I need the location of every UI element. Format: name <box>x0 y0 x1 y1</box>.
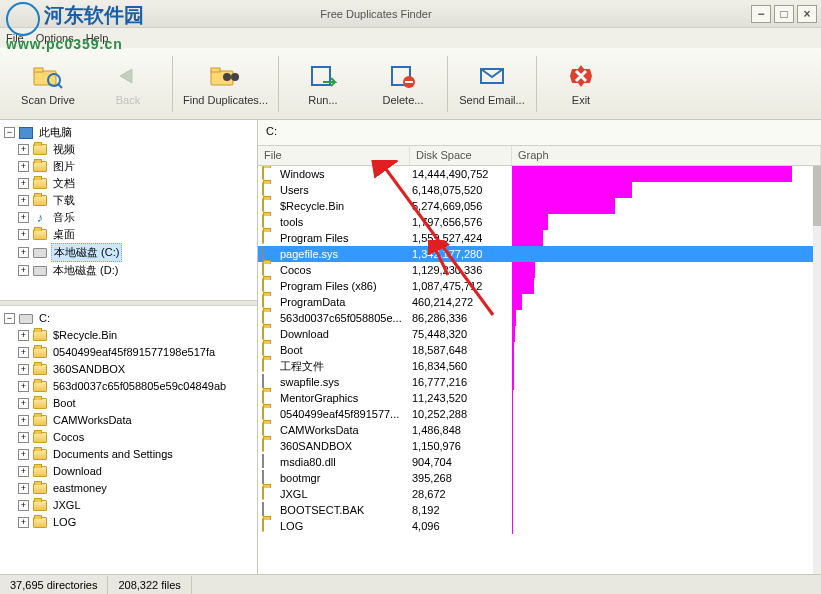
expand-icon[interactable]: + <box>18 247 29 258</box>
maximize-button[interactable]: □ <box>774 5 794 23</box>
file-row[interactable]: bootmgr 395,268 <box>258 470 821 486</box>
run-button[interactable]: Run... <box>289 54 357 114</box>
folder-icon <box>32 465 48 479</box>
file-row[interactable]: 563d0037c65f058805e... 86,286,336 <box>258 310 821 326</box>
file-row[interactable]: CAMWorksData 1,486,848 <box>258 422 821 438</box>
expand-icon[interactable]: + <box>18 381 29 392</box>
tree-node-label[interactable]: 本地磁盘 (C:) <box>51 243 122 262</box>
tree-node-label[interactable]: CAMWorksData <box>51 412 134 429</box>
run-arrow-icon <box>307 62 339 90</box>
expand-icon[interactable]: + <box>18 483 29 494</box>
tree-node-label[interactable]: 图片 <box>51 158 77 175</box>
expand-icon[interactable]: + <box>18 449 29 460</box>
drive-tree[interactable]: −此电脑+视频+图片+文档+下载+♪音乐+桌面+本地磁盘 (C:)+本地磁盘 (… <box>0 120 257 300</box>
file-size: 1,129,230,336 <box>412 264 508 276</box>
expand-icon[interactable]: + <box>18 432 29 443</box>
menu-file[interactable]: File <box>6 32 24 44</box>
expand-icon[interactable]: + <box>18 330 29 341</box>
graph-bar <box>512 502 513 518</box>
expand-icon[interactable]: + <box>18 517 29 528</box>
expand-icon[interactable]: + <box>18 500 29 511</box>
file-name: JXGL <box>280 488 412 500</box>
tree-node-label[interactable]: 音乐 <box>51 209 77 226</box>
file-row[interactable]: swapfile.sys 16,777,216 <box>258 374 821 390</box>
expand-icon[interactable]: + <box>18 144 29 155</box>
tree-node-label[interactable]: Download <box>51 463 104 480</box>
close-button[interactable]: × <box>797 5 817 23</box>
file-row[interactable]: JXGL 28,672 <box>258 486 821 502</box>
tree-node-label[interactable]: 360SANDBOX <box>51 361 127 378</box>
header-graph[interactable]: Graph <box>512 146 821 165</box>
file-size: 18,587,648 <box>412 344 508 356</box>
file-row[interactable]: Boot 18,587,648 <box>258 342 821 358</box>
tree-node-label[interactable]: 视频 <box>51 141 77 158</box>
tree-node-label[interactable]: LOG <box>51 514 78 531</box>
scan-drive-button[interactable]: Scan Drive <box>14 54 82 114</box>
vertical-scrollbar[interactable] <box>813 166 821 574</box>
folder-tree[interactable]: −C:+$Recycle.Bin+0540499eaf45f891577198e… <box>0 306 257 574</box>
expand-icon[interactable]: + <box>18 161 29 172</box>
expand-icon[interactable]: + <box>18 229 29 240</box>
file-row[interactable]: Users 6,148,075,520 <box>258 182 821 198</box>
file-name: Program Files <box>280 232 412 244</box>
collapse-icon[interactable]: − <box>4 127 15 138</box>
tree-node-label[interactable]: 桌面 <box>51 226 77 243</box>
tree-node-label[interactable]: $Recycle.Bin <box>51 327 119 344</box>
file-row[interactable]: 0540499eaf45f891577... 10,252,288 <box>258 406 821 422</box>
tree-node-label[interactable]: Cocos <box>51 429 86 446</box>
delete-button[interactable]: Delete... <box>369 54 437 114</box>
header-file[interactable]: File <box>258 146 410 165</box>
tree-node-label[interactable]: Boot <box>51 395 78 412</box>
file-row[interactable]: ProgramData 460,214,272 <box>258 294 821 310</box>
minimize-button[interactable]: − <box>751 5 771 23</box>
expand-icon[interactable]: + <box>18 466 29 477</box>
tree-node-label[interactable]: JXGL <box>51 497 83 514</box>
collapse-icon[interactable]: − <box>4 313 15 324</box>
file-row[interactable]: MentorGraphics 11,243,520 <box>258 390 821 406</box>
expand-icon[interactable]: + <box>18 212 29 223</box>
graph-bar <box>512 374 514 390</box>
expand-icon[interactable]: + <box>18 265 29 276</box>
file-row[interactable]: Windows 14,444,490,752 <box>258 166 821 182</box>
tree-node-label[interactable]: 本地磁盘 (D:) <box>51 262 120 279</box>
file-row[interactable]: msdia80.dll 904,704 <box>258 454 821 470</box>
scrollbar-thumb[interactable] <box>813 166 821 226</box>
file-row[interactable]: Program Files 1,559,527,424 <box>258 230 821 246</box>
file-row[interactable]: tools 1,797,656,576 <box>258 214 821 230</box>
tree-node-label[interactable]: eastmoney <box>51 480 109 497</box>
file-size: 1,087,475,712 <box>412 280 508 292</box>
file-row[interactable]: Cocos 1,129,230,336 <box>258 262 821 278</box>
back-button: Back <box>94 54 162 114</box>
file-row[interactable]: $Recycle.Bin 5,274,669,056 <box>258 198 821 214</box>
find-duplicates-button[interactable]: Find Duplicates... <box>183 54 268 114</box>
exit-button[interactable]: Exit <box>547 54 615 114</box>
graph-bar <box>512 406 513 422</box>
file-row[interactable]: Program Files (x86) 1,087,475,712 <box>258 278 821 294</box>
file-row[interactable]: LOG 4,096 <box>258 518 821 534</box>
file-row[interactable]: 工程文件 16,834,560 <box>258 358 821 374</box>
expand-icon[interactable]: + <box>18 364 29 375</box>
tree-node-label[interactable]: 0540499eaf45f891577198e517fa <box>51 344 217 361</box>
file-row[interactable]: pagefile.sys 1,342,177,280 <box>258 246 821 262</box>
expand-icon[interactable]: + <box>18 398 29 409</box>
expand-icon[interactable]: + <box>18 178 29 189</box>
tree-node-label[interactable]: C: <box>37 310 52 327</box>
menu-options[interactable]: Options <box>36 32 74 44</box>
tree-node-label[interactable]: 下载 <box>51 192 77 209</box>
file-list[interactable]: Windows 14,444,490,752 Users 6,148,075,5… <box>258 166 821 574</box>
tree-node-label[interactable]: Documents and Settings <box>51 446 175 463</box>
file-row[interactable]: Download 75,448,320 <box>258 326 821 342</box>
file-name: BOOTSECT.BAK <box>280 504 412 516</box>
header-disk-space[interactable]: Disk Space <box>410 146 512 165</box>
expand-icon[interactable]: + <box>18 195 29 206</box>
file-row[interactable]: BOOTSECT.BAK 8,192 <box>258 502 821 518</box>
tree-node-label[interactable]: 文档 <box>51 175 77 192</box>
tree-node-label[interactable]: 此电脑 <box>37 124 74 141</box>
expand-icon[interactable]: + <box>18 347 29 358</box>
menu-help[interactable]: Help <box>86 32 109 44</box>
expand-icon[interactable]: + <box>18 415 29 426</box>
file-row[interactable]: 360SANDBOX 1,150,976 <box>258 438 821 454</box>
tree-node-label[interactable]: 563d0037c65f058805e59c04849ab <box>51 378 228 395</box>
send-email-button[interactable]: Send Email... <box>458 54 526 114</box>
folder-icon <box>32 346 48 360</box>
